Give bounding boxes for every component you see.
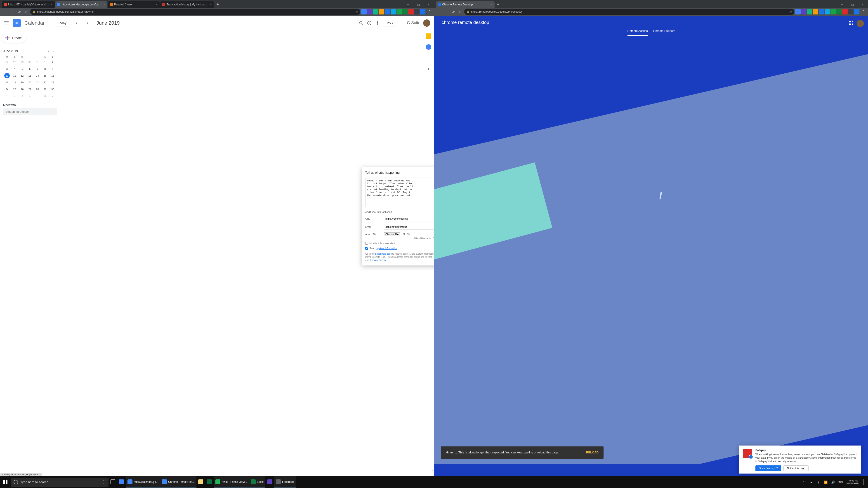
help-icon[interactable]: ? [367, 20, 372, 26]
star-icon[interactable]: ☆ [355, 10, 358, 13]
taskbar-app[interactable] [205, 476, 214, 488]
mini-day[interactable]: 1 [4, 93, 10, 99]
mini-day[interactable]: 18 [12, 80, 18, 85]
main-menu-icon[interactable] [4, 20, 9, 26]
mini-day[interactable]: 27 [27, 87, 33, 92]
account-avatar[interactable] [857, 20, 864, 27]
safepay-close-icon[interactable]: × [858, 447, 860, 450]
nav-reload-icon[interactable]: ⟳ [16, 8, 22, 15]
mini-day[interactable]: 30 [50, 87, 55, 92]
taskbar-app[interactable]: Chrome Remote De... [160, 476, 196, 488]
extension-icon[interactable] [361, 9, 367, 14]
include-screenshot-input[interactable] [365, 242, 368, 245]
taskbar-app[interactable]: Feedback [274, 476, 296, 488]
extension-icon[interactable] [367, 9, 373, 14]
mini-prev-icon[interactable]: ‹ [46, 48, 51, 54]
mini-day[interactable]: 13 [27, 73, 33, 78]
tray-expand-icon[interactable]: ˄ [801, 480, 807, 485]
tray-network-icon[interactable]: 📶 [823, 480, 829, 485]
extension-icon[interactable] [842, 9, 848, 14]
tray-volume-icon[interactable]: 🔊 [830, 480, 836, 485]
extension-icon[interactable] [825, 9, 830, 14]
mini-day[interactable]: 6 [27, 66, 33, 72]
task-view-button[interactable] [108, 476, 117, 488]
extension-icon[interactable] [408, 9, 414, 14]
tab-close-icon[interactable]: × [155, 3, 158, 6]
mini-day[interactable]: 21 [35, 80, 40, 85]
nav-home-icon[interactable]: ⌂ [23, 8, 29, 15]
mini-day[interactable]: 9 [50, 66, 55, 72]
mini-day[interactable]: 22 [42, 80, 48, 85]
system-information-link[interactable]: system information [377, 247, 397, 250]
extension-icon[interactable] [414, 9, 420, 14]
mini-day[interactable]: 31 [35, 59, 40, 65]
new-tab-button[interactable]: + [215, 1, 221, 8]
mini-next-icon[interactable]: › [51, 48, 57, 54]
mini-day[interactable]: 5 [35, 93, 40, 99]
start-button[interactable] [0, 476, 11, 488]
not-for-this-page-button[interactable]: Not for this page [783, 465, 809, 471]
extension-icon[interactable] [848, 9, 854, 14]
prev-period-icon[interactable]: ‹ [73, 20, 80, 27]
action-center-icon[interactable] [862, 480, 867, 485]
mini-day[interactable]: 4 [27, 93, 33, 99]
tab-inbox[interactable]: Inbox (67) - daniel@futureresult… × [2, 1, 55, 8]
extension-icon[interactable] [807, 9, 812, 14]
nav-home-icon[interactable]: ⌂ [457, 8, 463, 15]
tab-remote-access[interactable]: Remote Access [627, 29, 648, 36]
taskbar-search[interactable]: Type here to search [11, 478, 108, 487]
star-icon[interactable]: ☆ [789, 10, 792, 13]
send-sysinfo-checkbox[interactable]: Send system information [365, 247, 437, 250]
send-sysinfo-input[interactable] [365, 247, 368, 250]
maximize-button[interactable]: ▢ [847, 1, 858, 8]
mini-day[interactable]: 23 [50, 80, 55, 85]
extension-icon[interactable] [854, 9, 860, 14]
mini-day[interactable]: 26 [20, 87, 25, 92]
mini-day[interactable]: 2 [12, 93, 18, 99]
taskbar-app[interactable] [266, 476, 274, 488]
terms-of-service-link[interactable]: Terms of Service [370, 259, 386, 261]
include-screenshot-checkbox[interactable]: Include this screenshot [365, 242, 437, 245]
mini-day[interactable]: 27 [4, 59, 10, 65]
tab-remote-support[interactable]: Remote Support [653, 29, 675, 36]
tab-close-icon[interactable]: × [51, 3, 53, 6]
mini-day[interactable]: 16 [50, 73, 55, 78]
extension-icon[interactable] [819, 9, 824, 14]
tab-crd[interactable]: Chrome Remote Desktop × [436, 1, 495, 8]
mini-day[interactable]: 17 [4, 80, 10, 85]
mic-icon[interactable] [103, 480, 106, 484]
address-bar[interactable]: 🔒 https://remotedesktop.google.com/acces… [464, 8, 794, 15]
chrome-menu-icon[interactable]: ⋮ [426, 8, 433, 15]
feedback-textarea[interactable]: load. After a few seconds the p it just … [365, 177, 437, 207]
extension-icon[interactable] [373, 9, 378, 14]
tab-close-icon[interactable]: × [103, 3, 105, 6]
feedback-url-input[interactable] [384, 216, 437, 221]
collapse-sidepanel-icon[interactable]: › [432, 468, 434, 472]
minimize-button[interactable]: — [837, 1, 847, 8]
mini-day[interactable]: 15 [42, 73, 48, 78]
mini-day[interactable]: 4 [12, 66, 18, 72]
mini-day[interactable]: 19 [20, 80, 25, 85]
mini-day[interactable]: 28 [35, 87, 40, 92]
extension-icon[interactable] [420, 9, 426, 14]
nav-back-icon[interactable]: ← [1, 8, 8, 15]
tray-language[interactable]: ENG [837, 480, 843, 485]
account-avatar[interactable] [423, 20, 430, 27]
extension-icon[interactable] [402, 9, 408, 14]
mini-day[interactable]: 7 [50, 93, 55, 99]
tab-calendar[interactable]: https://calendar.google.com/ca… × [55, 1, 107, 8]
mini-day[interactable]: 20 [27, 80, 33, 85]
maximize-button[interactable]: ▢ [413, 1, 424, 8]
taskbar-app[interactable] [117, 476, 126, 488]
extension-icon[interactable] [391, 9, 396, 14]
chrome-menu-icon[interactable]: ⋮ [860, 8, 867, 15]
minimize-button[interactable]: — [403, 1, 413, 8]
feedback-email-input[interactable] [384, 224, 437, 230]
extension-icon[interactable] [801, 9, 807, 14]
address-bar[interactable]: 🔒 https://calendar.google.com/calendar/r… [30, 8, 360, 15]
keep-icon[interactable] [426, 33, 431, 39]
mini-day[interactable]: 12 [20, 73, 25, 78]
toast-reload-button[interactable]: RELOAD [586, 451, 598, 454]
mini-day[interactable]: 11 [12, 73, 18, 78]
mini-day[interactable]: 3 [4, 66, 10, 72]
